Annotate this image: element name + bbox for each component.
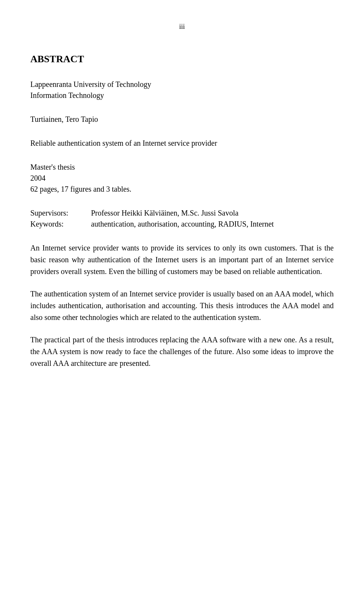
supervisor-row: Supervisors: Professor Heikki Kälviäinen… [30,209,334,217]
thesis-title: Reliable authentication system of an Int… [30,139,334,148]
author-name: Turtiainen, Tero Tapio [30,115,334,124]
supervisors-block: Supervisors: Professor Heikki Kälviäinen… [30,209,334,231]
keywords-value: authentication, authorisation, accountin… [91,220,334,228]
abstract-title: ABSTRACT [30,54,334,65]
thesis-type: Master's thesis [30,163,334,172]
university-name: Lappeenranta University of Technology [30,80,334,89]
department-name: Information Technology [30,91,334,100]
thesis-year: 2004 [30,174,334,183]
page-number: iii [30,23,334,31]
keywords-label: Keywords: [30,220,91,228]
supervisors-value: Professor Heikki Kälviäinen, M.Sc. Jussi… [91,209,334,217]
paragraph-3: The practical part of the thesis introdu… [30,334,334,369]
paragraph-1: An Internet service provider wants to pr… [30,242,334,277]
thesis-pages: 62 pages, 17 figures and 3 tables. [30,185,334,194]
paragraph-2: The authentication system of an Internet… [30,288,334,323]
keywords-row: Keywords: authentication, authorisation,… [30,220,334,228]
supervisors-label: Supervisors: [30,209,91,217]
